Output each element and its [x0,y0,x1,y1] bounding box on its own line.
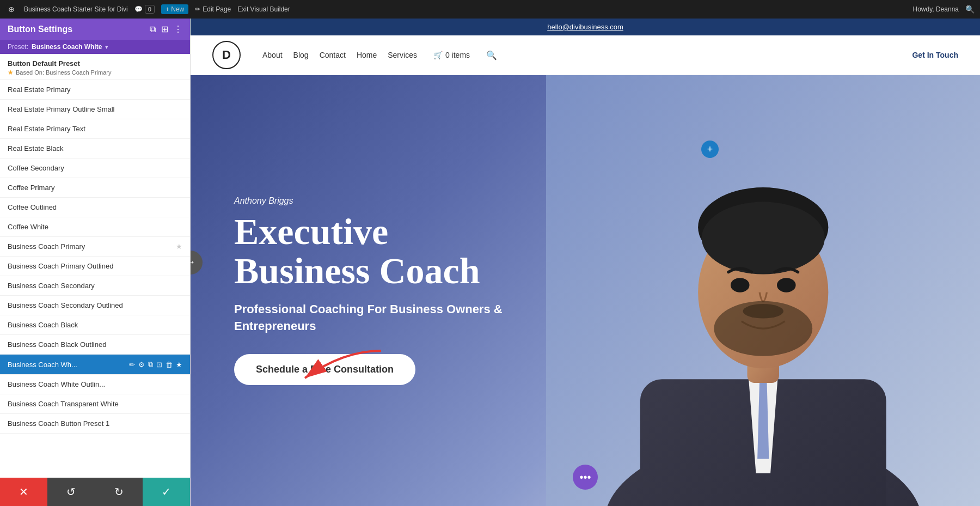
nav-about[interactable]: About [262,51,283,59]
nav-services[interactable]: Services [388,51,417,59]
nav-search-icon[interactable]: 🔍 [486,50,497,60]
preset-item-business-coach-black[interactable]: Business Coach Black [0,315,190,335]
preset-item-business-coach-secondary-outlined[interactable]: Business Coach Secondary Outlined [0,296,190,315]
save-button[interactable]: ✓ [143,478,190,506]
preset-item-real-estate-primary[interactable]: Real Estate Primary [0,80,190,100]
wp-admin-bar: ⊕ Business Coach Starter Site for Divi 💬… [0,0,980,19]
nav-links: About Blog Contact Home Services [262,51,417,59]
preset-item-business-coach-primary[interactable]: Business Coach Primary ★ [0,237,190,257]
preset-item-coffee-white[interactable]: Coffee White [0,217,190,237]
comments-link[interactable]: 💬 0 [134,5,155,14]
howdy-label: Howdy, Deanna [913,5,959,13]
hero-title: Executive Business Coach [234,212,528,290]
add-module-button[interactable]: + [701,141,719,158]
nav-cart[interactable]: 🛒 0 items [433,51,470,59]
nav-contact[interactable]: Contact [320,51,346,59]
chevron-down-icon: ▾ [105,44,108,51]
preset-item-real-estate-black[interactable]: Real Estate Black [0,139,190,158]
columns-icon[interactable]: ⊞ [161,24,168,34]
preset-label-text: Preset: [8,43,28,51]
default-preset-sub: ★ Based On: Business Coach Primary [8,69,182,76]
panel-title: Button Settings [8,25,72,34]
cancel-button[interactable]: ✕ [0,478,47,506]
bottom-toolbar: ✕ ↺ ↻ ✓ [0,478,190,506]
admin-search-icon[interactable]: 🔍 [965,5,975,14]
wp-logo-icon[interactable]: ⊕ [5,3,17,15]
website-preview: ↔ hello@divibusiness.com D About Blog Co… [191,19,980,506]
main-area: Button Settings ⧉ ⊞ ⋮ Preset: Business C… [0,19,980,506]
nav-home[interactable]: Home [357,51,377,59]
svg-point-9 [730,278,749,292]
hero-person-name: Anthony Briggs [234,196,528,206]
default-preset-title: Button Default Preset [8,59,182,68]
preset-item-business-coach-transparent-white[interactable]: Business Coach Transparent White [0,394,190,414]
preset-item-business-coach-button-preset-1[interactable]: Business Coach Button Preset 1 [0,414,190,434]
hero-image-area [546,75,981,506]
hero-section: Anthony Briggs Executive Business Coach … [191,75,980,506]
star-icon: ★ [8,69,14,76]
cart-count: 0 items [445,51,470,59]
preset-item-business-coach-black-outlined[interactable]: Business Coach Black Outlined [0,335,190,355]
preset-item-business-coach-white[interactable]: Business Coach Wh... ✏ ⚙ ⧉ ⊡ 🗑 ★ [0,355,190,375]
hero-content: Anthony Briggs Executive Business Coach … [191,163,572,417]
panel-header-icons: ⧉ ⊞ ⋮ [150,24,182,34]
preset-item-coffee-secondary[interactable]: Coffee Secondary [0,158,190,178]
svg-point-10 [777,278,796,292]
button-settings-panel: Button Settings ⧉ ⊞ ⋮ Preset: Business C… [0,19,191,506]
site-topbar: hello@divibusiness.com [191,19,980,35]
star-preset-icon[interactable]: ★ [176,361,182,369]
preset-item-business-coach-white-outlined[interactable]: Business Coach White Outlin... [0,375,190,394]
preset-item-coffee-outlined[interactable]: Coffee Outlined [0,198,190,217]
svg-point-12 [743,304,783,319]
preset-value: Business Coach White [32,43,102,51]
default-preset-section: Button Default Preset ★ Based On: Busine… [0,54,190,80]
exit-builder-link[interactable]: Exit Visual Builder [237,5,290,13]
edit-preset-icon[interactable]: ✏ [129,361,135,369]
preset-item-business-coach-primary-outlined[interactable]: Business Coach Primary Outlined [0,257,190,276]
undo-button[interactable]: ↺ [47,478,95,506]
hero-person-image [546,75,981,506]
cart-icon: 🛒 [433,51,443,59]
edit-page-link[interactable]: ✏ Edit Page [195,5,231,13]
preset-item-real-estate-primary-text[interactable]: Real Estate Primary Text [0,119,190,139]
more-options-button[interactable]: ••• [573,465,598,490]
preset-item-actions: ✏ ⚙ ⧉ ⊡ 🗑 ★ [129,360,182,369]
preset-bar[interactable]: Preset: Business Coach White ▾ [0,40,190,54]
hero-cta-button[interactable]: Schedule a Free Consultation [234,354,415,385]
preset-item-business-coach-secondary[interactable]: Business Coach Secondary [0,276,190,296]
panel-header: Button Settings ⧉ ⊞ ⋮ [0,19,190,40]
hero-subtitle: Professional Coaching For Business Owner… [234,301,528,335]
site-nav: D About Blog Contact Home Services 🛒 0 i… [191,35,980,75]
nav-cta-button[interactable]: Get In Touch [912,51,958,59]
preset-list: Real Estate Primary Real Estate Primary … [0,80,190,478]
topbar-email[interactable]: hello@divibusiness.com [547,23,623,31]
star-right-icon: ★ [176,242,182,251]
redo-button[interactable]: ↻ [95,478,143,506]
monitor-icon[interactable]: ⧉ [150,25,156,34]
active-preset-label: Business Coach Wh... [8,361,129,369]
site-logo: D [212,41,241,69]
settings-preset-icon[interactable]: ⚙ [138,361,145,369]
svg-point-8 [701,202,824,275]
preset-item-coffee-primary[interactable]: Coffee Primary [0,178,190,198]
new-button[interactable]: + New [161,4,188,14]
site-name-link[interactable]: Business Coach Starter Site for Divi [24,5,128,13]
nav-blog[interactable]: Blog [293,51,309,59]
duplicate-preset-icon[interactable]: ⧉ [148,360,153,369]
more-icon[interactable]: ⋮ [174,24,182,34]
preset-item-real-estate-primary-outline-small[interactable]: Real Estate Primary Outline Small [0,100,190,119]
export-preset-icon[interactable]: ⊡ [156,361,162,369]
delete-preset-icon[interactable]: 🗑 [166,361,173,369]
